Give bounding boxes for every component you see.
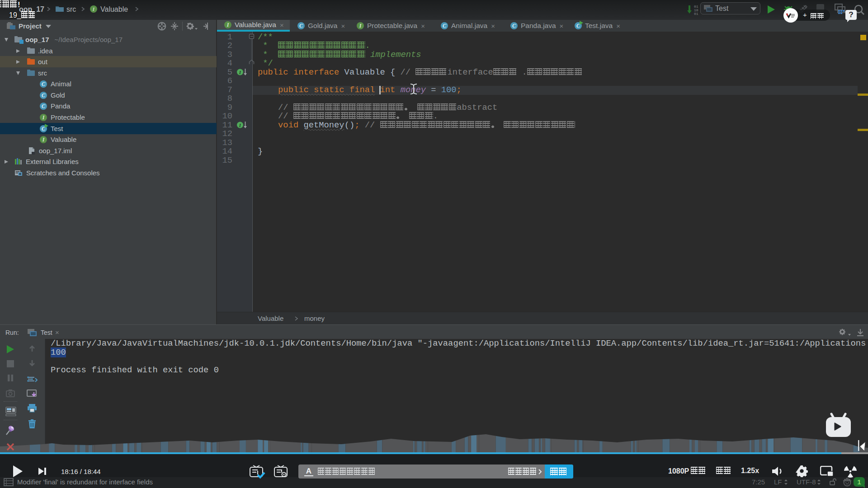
svg-text:I: I: [92, 6, 95, 12]
svg-text:01: 01: [694, 12, 698, 16]
